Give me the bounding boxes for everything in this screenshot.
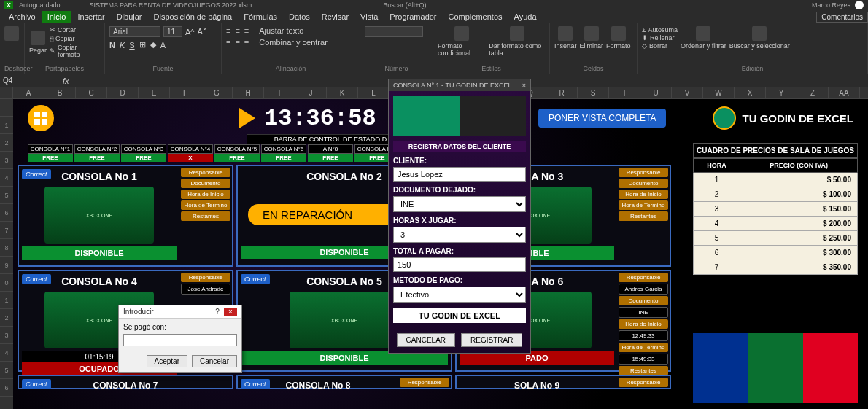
correct-tag[interactable]: Correct [241, 379, 270, 389]
font-color-button[interactable]: A [160, 41, 166, 50]
correct-tag[interactable]: Correct [22, 169, 51, 179]
register-button[interactable]: REGISTRAR [461, 333, 522, 347]
total-label: TOTAL A PAGAR: [393, 247, 526, 255]
console-card[interactable]: CorrectCONSOLA No 7 [18, 375, 233, 389]
menubar: Archivo Inicio Insertar Dibujar Disposic… [0, 10, 868, 23]
fill-color-button[interactable]: ◆ [150, 40, 156, 50]
cut-button[interactable]: ✂Cortar [50, 26, 100, 34]
number-format-select[interactable] [365, 26, 423, 37]
dialog-input[interactable] [123, 334, 237, 346]
menu-insertar[interactable]: Insertar [71, 11, 110, 23]
menu-complementos[interactable]: Complementos [443, 11, 508, 23]
copy-button[interactable]: ⎘Copiar [50, 35, 100, 42]
insert-cells-icon[interactable] [558, 26, 573, 41]
status-cell: CONSOLA N°2FREE [74, 144, 120, 162]
brand-text: TU GODIN DE EXCEL [742, 112, 853, 125]
dialog-accept-button[interactable]: Aceptar [147, 355, 187, 367]
dialog-close-icon[interactable]: × [224, 308, 237, 316]
price-col-precio: PRECIO (CON IVA) [740, 159, 858, 173]
total-input[interactable] [393, 257, 526, 272]
console-card[interactable]: CorrectCONSOLA No 1DISPONIBLEResponsable… [18, 165, 233, 267]
titlebar: X Autoguardado SISTEMA PARA RENTA DE VID… [0, 0, 868, 10]
font-size-select[interactable] [163, 26, 182, 37]
correct-tag[interactable]: Correct [22, 379, 51, 389]
menu-ayuda[interactable]: Ayuda [508, 11, 543, 23]
find-icon[interactable] [752, 26, 767, 41]
font-name-select[interactable] [109, 26, 160, 37]
fill-button[interactable]: ⬇Rellenar [642, 34, 678, 42]
autosum-button[interactable]: ΣAutosuma [642, 26, 678, 34]
modal-title: CONSOLA N° 1 - TU GODIN DE EXCEL [393, 82, 511, 89]
user-name[interactable]: Marco Reyes [812, 1, 850, 9]
avatar[interactable] [855, 1, 864, 9]
price-title: CUADRO DE PRECIOS DE SALA DE JUEGOS [693, 143, 858, 158]
styles-label: Estilos [438, 65, 545, 72]
clear-button[interactable]: ◇Borrar [642, 42, 678, 50]
play-button[interactable] [239, 108, 255, 128]
autosave-toggle[interactable]: Autoguardado [19, 1, 61, 9]
status-cell: CONSOLA N°6FREE [261, 144, 306, 162]
cliente-label: CLIENTE: [393, 157, 526, 165]
fx-icon[interactable]: fx [58, 77, 74, 85]
menu-button[interactable] [28, 105, 54, 131]
menu-revisar[interactable]: Revisar [316, 11, 354, 23]
menu-formulas[interactable]: Fórmulas [238, 11, 283, 23]
number-label: Número [365, 65, 428, 72]
console-title: CONSOLA No 7 [22, 379, 229, 392]
console-card[interactable]: CorrectCONSOLA No 8Responsable [236, 375, 452, 389]
bold-button[interactable]: N [109, 41, 115, 50]
modal-close-icon[interactable]: × [522, 82, 526, 89]
menu-disposicion[interactable]: Disposición de página [148, 11, 239, 23]
modal-header-image [393, 96, 526, 136]
price-row: 4$ 200.00 [694, 217, 858, 231]
name-box[interactable]: Q4 [0, 77, 58, 85]
console-status: DISPONIBLE [22, 246, 177, 260]
horas-label: HORAS X JUGAR: [393, 217, 526, 225]
underline-button[interactable]: S [129, 41, 134, 50]
undo-icon[interactable] [4, 26, 19, 41]
attr-label: Documento [619, 179, 668, 188]
paste-icon[interactable] [31, 31, 45, 45]
format-painter-button[interactable]: ✎Copiar formato [50, 44, 100, 58]
dialog-cancel-button[interactable]: Cancelar [192, 355, 237, 367]
status-cell: CONSOLA N°1FREE [28, 144, 73, 162]
metodo-select[interactable]: Efectivo [393, 287, 526, 303]
align-top-icon[interactable]: ≡ [226, 26, 230, 35]
merge-button[interactable]: Combinar y centrar [259, 38, 328, 47]
attr-label: Responsable [619, 378, 668, 387]
ribbon: Deshacer Pegar ✂Cortar ⎘Copiar ✎Copiar f… [0, 23, 868, 74]
menu-inicio[interactable]: Inicio [42, 11, 72, 23]
correct-tag[interactable]: Correct [241, 274, 270, 284]
cancel-button[interactable]: CANCELAR [397, 333, 455, 347]
comments-button[interactable]: Comentarios [816, 12, 868, 23]
clipboard-label: Portapapeles [29, 65, 100, 72]
console-image [44, 187, 154, 244]
cliente-input[interactable] [393, 167, 526, 182]
menu-archivo[interactable]: Archivo [3, 11, 42, 23]
format-cells-icon[interactable] [611, 26, 626, 41]
dialog-help-icon[interactable]: ? [211, 308, 224, 316]
border-button[interactable]: ⊞ [139, 40, 146, 50]
sort-icon[interactable] [696, 26, 710, 41]
attr-label: Hora de Inicio [619, 190, 668, 199]
menu-dibujar[interactable]: Dibujar [111, 11, 148, 23]
italic-button[interactable]: K [120, 41, 125, 50]
font-shrink-icon[interactable]: A˅ [198, 27, 207, 36]
menu-vista[interactable]: Vista [354, 11, 384, 23]
delete-cells-icon[interactable] [584, 26, 599, 41]
cond-format-icon[interactable] [454, 26, 469, 41]
table-format-icon[interactable] [510, 26, 524, 41]
price-row: 1$ 50.00 [694, 173, 858, 187]
wrap-button[interactable]: Ajustar texto [259, 26, 303, 35]
console-card[interactable]: SOLA No 9Responsable [455, 375, 671, 389]
clock-display: 13:36:58 [264, 105, 376, 132]
documento-select[interactable]: INE [393, 196, 526, 212]
font-grow-icon[interactable]: A^ [185, 28, 195, 36]
correct-tag[interactable]: Correct [22, 274, 51, 284]
console-image [290, 292, 399, 348]
menu-datos[interactable]: Datos [283, 11, 316, 23]
horas-select[interactable]: 3 [393, 227, 526, 243]
vista-completa-button[interactable]: PONER VISTA COMPLETA [538, 109, 667, 128]
search-box[interactable]: Buscar (Alt+Q) [383, 1, 426, 9]
menu-programador[interactable]: Programador [384, 11, 442, 23]
